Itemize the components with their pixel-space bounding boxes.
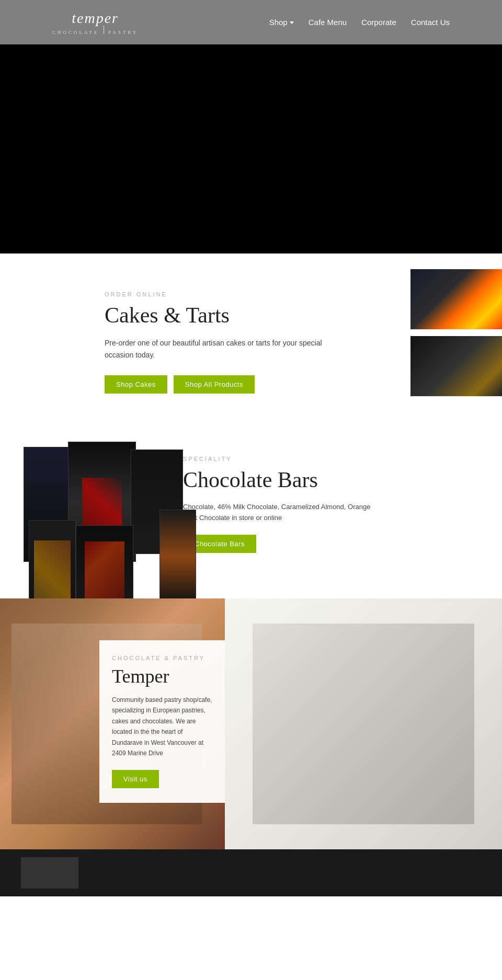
main-nav: Shop Cafe Menu Corporate Contact Us bbox=[269, 18, 450, 27]
logo-text: temper bbox=[72, 10, 119, 27]
cakes-tarts-section: ORDER ONLINE Cakes & Tarts Pre-order one… bbox=[0, 253, 502, 431]
cake-image-top bbox=[410, 269, 502, 332]
about-section: CHOCOLATE & PASTRY Temper Community base… bbox=[0, 598, 502, 849]
about-tag: CHOCOLATE & PASTRY bbox=[112, 655, 212, 661]
chocbars-buttons: Chocolate Bars bbox=[183, 535, 371, 553]
nav-cafe-menu[interactable]: Cafe Menu bbox=[309, 18, 347, 27]
chocbars-content: SPECIALITY Chocolate Bars Chocolate, 46%… bbox=[183, 456, 403, 554]
nav-corporate[interactable]: Corporate bbox=[361, 18, 396, 27]
nav-shop[interactable]: Shop bbox=[269, 18, 294, 27]
about-description: Community based pastry shop/cafe, specia… bbox=[112, 695, 212, 758]
nav-shop-label: Shop bbox=[269, 18, 288, 27]
logo-divider bbox=[104, 26, 104, 34]
logo[interactable]: temper CHOCOLATE PASTRY bbox=[52, 10, 138, 35]
chocbars-tag: SPECIALITY bbox=[183, 456, 371, 462]
cake-img-bottom-bg bbox=[410, 336, 502, 396]
bottom-dark-bar bbox=[21, 857, 78, 889]
cakes-images bbox=[397, 269, 502, 399]
about-card: CHOCOLATE & PASTRY Temper Community base… bbox=[99, 640, 225, 803]
header: temper CHOCOLATE PASTRY Shop Cafe Menu C… bbox=[0, 0, 502, 44]
visit-us-button[interactable]: Visit us bbox=[112, 770, 159, 788]
cake-img-top-bg bbox=[410, 269, 502, 329]
chocolate-bars-images bbox=[0, 431, 204, 598]
about-bg-right bbox=[225, 598, 502, 849]
cake-image-bottom bbox=[410, 336, 502, 399]
hero-section bbox=[0, 44, 502, 253]
chocbars-description: Chocolate, 46% Milk Chocolate, Carameliz… bbox=[183, 502, 371, 524]
cakes-description: Pre-order one of our beautiful artisan c… bbox=[105, 337, 345, 361]
chocbars-title: Chocolate Bars bbox=[183, 467, 371, 492]
about-title: Temper bbox=[112, 665, 212, 687]
logo-subtext: CHOCOLATE PASTRY bbox=[52, 26, 138, 35]
chocolate-bars-section: SPECIALITY Chocolate Bars Chocolate, 46%… bbox=[0, 431, 502, 598]
about-background bbox=[0, 598, 502, 849]
nav-contact-us[interactable]: Contact Us bbox=[411, 18, 450, 27]
chevron-down-icon bbox=[290, 21, 294, 24]
bottom-dark-section bbox=[0, 849, 502, 896]
shop-cakes-button[interactable]: Shop Cakes bbox=[105, 375, 167, 394]
header-inner: temper CHOCOLATE PASTRY Shop Cafe Menu C… bbox=[52, 10, 450, 35]
chocbar-image-6 bbox=[159, 510, 196, 604]
shop-all-products-button[interactable]: Shop All Products bbox=[174, 375, 255, 394]
